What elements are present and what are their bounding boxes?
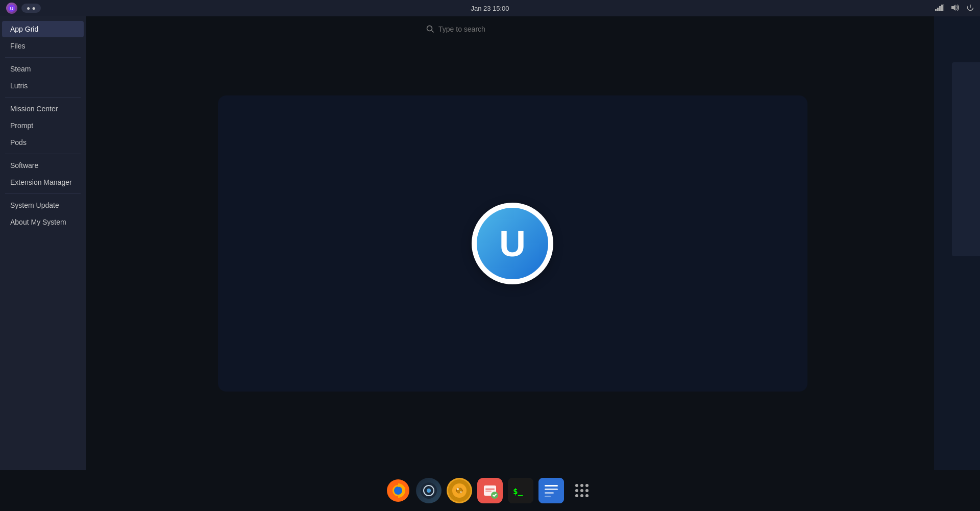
svg-rect-31 [545, 485, 558, 486]
sidebar-item-software[interactable]: Software [2, 157, 84, 174]
notes-icon [540, 479, 563, 502]
pill-dots: ● ● [27, 5, 36, 12]
svg-rect-3 [937, 8, 939, 11]
right-panel [934, 16, 980, 470]
topbar-pill[interactable]: ● ● [21, 4, 41, 13]
searchbar[interactable] [419, 22, 561, 36]
svg-rect-25 [485, 489, 495, 490]
svg-rect-33 [545, 492, 554, 494]
sidebar-divider-1 [5, 57, 81, 58]
dock-item-lutris[interactable] [446, 477, 473, 504]
dock-item-app-grid[interactable] [569, 477, 595, 504]
dock-item-software-center[interactable] [477, 477, 503, 504]
taskbar: $_ [0, 470, 980, 511]
steam-dock-icon [416, 478, 442, 503]
searchbar-container [0, 16, 980, 42]
svg-point-36 [580, 484, 583, 487]
sidebar-divider-2 [5, 97, 81, 98]
terminal-icon: $_ [509, 479, 532, 502]
sidebar-item-lutris[interactable]: Lutris [2, 78, 84, 94]
topbar-left: U ● ● [6, 3, 41, 14]
svg-point-43 [585, 494, 589, 497]
svg-point-21 [457, 488, 459, 490]
network-icon[interactable] [935, 4, 944, 13]
sidebar-item-mission-center[interactable]: Mission Center [2, 101, 84, 117]
sidebar-item-about-my-system[interactable]: About My System [2, 214, 84, 230]
search-icon [426, 25, 434, 33]
dock-item-firefox[interactable] [385, 477, 411, 504]
svg-point-38 [575, 489, 578, 492]
main-content: U [86, 16, 980, 470]
svg-point-10 [427, 26, 432, 31]
svg-point-14 [394, 486, 402, 495]
dock-item-terminal[interactable]: $_ [507, 477, 534, 504]
svg-rect-32 [545, 489, 558, 490]
terminal-dock-icon: $_ [508, 478, 533, 503]
avatar-icon[interactable]: U [6, 3, 17, 14]
lutris-dock-icon [447, 478, 472, 503]
software-center-dock-icon [477, 478, 503, 503]
search-input[interactable] [438, 25, 551, 33]
sidebar-item-extension-manager[interactable]: Extension Manager [2, 174, 84, 190]
svg-point-41 [575, 494, 578, 497]
lutris-logo-icon [448, 479, 471, 502]
svg-point-39 [580, 489, 583, 492]
svg-rect-34 [545, 496, 551, 497]
svg-point-17 [427, 489, 431, 493]
sidebar-item-files[interactable]: Files [2, 38, 84, 54]
svg-rect-30 [540, 479, 563, 502]
ubuntu-logo-inner: U [477, 208, 548, 279]
sidebar-divider-3 [5, 154, 81, 154]
dock-item-steam[interactable] [415, 477, 442, 504]
svg-rect-5 [941, 5, 943, 11]
svg-point-37 [585, 484, 589, 487]
notes-dock-icon [538, 478, 564, 503]
software-center-icon [481, 481, 499, 500]
dock-item-notes[interactable] [538, 477, 565, 504]
svg-point-22 [460, 491, 462, 493]
steam-logo-icon [420, 482, 437, 499]
svg-point-40 [585, 489, 589, 492]
sidebar-item-prompt[interactable]: Prompt [2, 117, 84, 134]
svg-rect-6 [943, 4, 944, 11]
sidebar-divider-4 [5, 193, 81, 194]
svg-point-35 [575, 484, 578, 487]
volume-icon[interactable] [951, 4, 960, 13]
ubuntu-logo: U [472, 203, 553, 284]
sidebar-item-app-grid[interactable]: App Grid [2, 21, 84, 37]
topbar-right [935, 4, 974, 13]
grid-icon [574, 483, 590, 498]
sidebar-item-system-update[interactable]: System Update [2, 197, 84, 213]
svg-line-11 [432, 31, 434, 33]
svg-text:U: U [10, 6, 14, 11]
svg-rect-4 [939, 6, 941, 11]
sidebar-item-steam[interactable]: Steam [2, 61, 84, 77]
svg-rect-2 [935, 9, 937, 11]
power-icon[interactable] [967, 4, 974, 13]
svg-text:$_: $_ [513, 486, 523, 496]
sidebar-item-pods[interactable]: Pods [2, 134, 84, 151]
topbar: U ● ● Jan 23 15:00 [0, 0, 980, 16]
svg-marker-7 [951, 5, 955, 11]
firefox-icon [385, 478, 411, 503]
svg-rect-26 [485, 491, 492, 492]
app-grid-dock-icon [569, 478, 595, 503]
topbar-datetime: Jan 23 15:00 [471, 5, 509, 12]
app-display: U [218, 95, 807, 392]
sidebar: App Grid Files Steam Lutris Mission Cent… [0, 16, 86, 511]
right-panel-accent [952, 62, 980, 256]
svg-point-42 [580, 494, 583, 497]
